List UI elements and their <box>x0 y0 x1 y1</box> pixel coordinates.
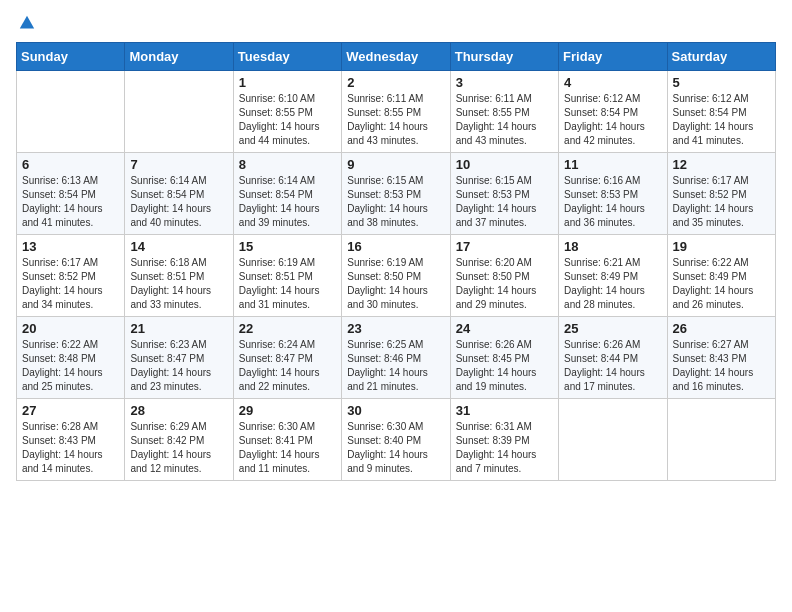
day-number: 8 <box>239 157 336 172</box>
calendar-cell: 15Sunrise: 6:19 AM Sunset: 8:51 PM Dayli… <box>233 235 341 317</box>
cell-info: Sunrise: 6:24 AM Sunset: 8:47 PM Dayligh… <box>239 338 336 394</box>
cell-info: Sunrise: 6:12 AM Sunset: 8:54 PM Dayligh… <box>564 92 661 148</box>
day-header-monday: Monday <box>125 43 233 71</box>
cell-info: Sunrise: 6:30 AM Sunset: 8:40 PM Dayligh… <box>347 420 444 476</box>
cell-info: Sunrise: 6:12 AM Sunset: 8:54 PM Dayligh… <box>673 92 770 148</box>
day-number: 20 <box>22 321 119 336</box>
calendar-cell: 23Sunrise: 6:25 AM Sunset: 8:46 PM Dayli… <box>342 317 450 399</box>
cell-info: Sunrise: 6:17 AM Sunset: 8:52 PM Dayligh… <box>22 256 119 312</box>
day-number: 27 <box>22 403 119 418</box>
day-number: 3 <box>456 75 553 90</box>
calendar-cell: 21Sunrise: 6:23 AM Sunset: 8:47 PM Dayli… <box>125 317 233 399</box>
day-number: 30 <box>347 403 444 418</box>
day-number: 23 <box>347 321 444 336</box>
cell-info: Sunrise: 6:15 AM Sunset: 8:53 PM Dayligh… <box>347 174 444 230</box>
day-header-friday: Friday <box>559 43 667 71</box>
cell-info: Sunrise: 6:21 AM Sunset: 8:49 PM Dayligh… <box>564 256 661 312</box>
calendar-cell: 22Sunrise: 6:24 AM Sunset: 8:47 PM Dayli… <box>233 317 341 399</box>
cell-info: Sunrise: 6:27 AM Sunset: 8:43 PM Dayligh… <box>673 338 770 394</box>
calendar-cell: 7Sunrise: 6:14 AM Sunset: 8:54 PM Daylig… <box>125 153 233 235</box>
day-header-sunday: Sunday <box>17 43 125 71</box>
page-header <box>16 16 776 30</box>
day-number: 19 <box>673 239 770 254</box>
calendar-cell: 10Sunrise: 6:15 AM Sunset: 8:53 PM Dayli… <box>450 153 558 235</box>
day-number: 6 <box>22 157 119 172</box>
cell-info: Sunrise: 6:11 AM Sunset: 8:55 PM Dayligh… <box>347 92 444 148</box>
day-number: 16 <box>347 239 444 254</box>
day-number: 21 <box>130 321 227 336</box>
cell-info: Sunrise: 6:19 AM Sunset: 8:51 PM Dayligh… <box>239 256 336 312</box>
cell-info: Sunrise: 6:22 AM Sunset: 8:48 PM Dayligh… <box>22 338 119 394</box>
calendar-cell <box>559 399 667 481</box>
day-number: 26 <box>673 321 770 336</box>
calendar-cell: 12Sunrise: 6:17 AM Sunset: 8:52 PM Dayli… <box>667 153 775 235</box>
calendar-cell: 17Sunrise: 6:20 AM Sunset: 8:50 PM Dayli… <box>450 235 558 317</box>
calendar-cell: 28Sunrise: 6:29 AM Sunset: 8:42 PM Dayli… <box>125 399 233 481</box>
cell-info: Sunrise: 6:17 AM Sunset: 8:52 PM Dayligh… <box>673 174 770 230</box>
calendar-cell: 3Sunrise: 6:11 AM Sunset: 8:55 PM Daylig… <box>450 71 558 153</box>
cell-info: Sunrise: 6:25 AM Sunset: 8:46 PM Dayligh… <box>347 338 444 394</box>
day-number: 17 <box>456 239 553 254</box>
day-header-saturday: Saturday <box>667 43 775 71</box>
calendar-week-row: 6Sunrise: 6:13 AM Sunset: 8:54 PM Daylig… <box>17 153 776 235</box>
cell-info: Sunrise: 6:23 AM Sunset: 8:47 PM Dayligh… <box>130 338 227 394</box>
calendar-cell <box>667 399 775 481</box>
calendar-cell: 5Sunrise: 6:12 AM Sunset: 8:54 PM Daylig… <box>667 71 775 153</box>
calendar-cell <box>17 71 125 153</box>
cell-info: Sunrise: 6:16 AM Sunset: 8:53 PM Dayligh… <box>564 174 661 230</box>
day-number: 14 <box>130 239 227 254</box>
cell-info: Sunrise: 6:14 AM Sunset: 8:54 PM Dayligh… <box>130 174 227 230</box>
cell-info: Sunrise: 6:31 AM Sunset: 8:39 PM Dayligh… <box>456 420 553 476</box>
calendar-week-row: 1Sunrise: 6:10 AM Sunset: 8:55 PM Daylig… <box>17 71 776 153</box>
day-number: 31 <box>456 403 553 418</box>
calendar-cell: 19Sunrise: 6:22 AM Sunset: 8:49 PM Dayli… <box>667 235 775 317</box>
calendar-cell: 25Sunrise: 6:26 AM Sunset: 8:44 PM Dayli… <box>559 317 667 399</box>
calendar-cell: 29Sunrise: 6:30 AM Sunset: 8:41 PM Dayli… <box>233 399 341 481</box>
calendar-cell: 13Sunrise: 6:17 AM Sunset: 8:52 PM Dayli… <box>17 235 125 317</box>
day-header-tuesday: Tuesday <box>233 43 341 71</box>
cell-info: Sunrise: 6:11 AM Sunset: 8:55 PM Dayligh… <box>456 92 553 148</box>
calendar-cell: 30Sunrise: 6:30 AM Sunset: 8:40 PM Dayli… <box>342 399 450 481</box>
cell-info: Sunrise: 6:18 AM Sunset: 8:51 PM Dayligh… <box>130 256 227 312</box>
day-number: 4 <box>564 75 661 90</box>
day-number: 18 <box>564 239 661 254</box>
cell-info: Sunrise: 6:30 AM Sunset: 8:41 PM Dayligh… <box>239 420 336 476</box>
calendar-week-row: 27Sunrise: 6:28 AM Sunset: 8:43 PM Dayli… <box>17 399 776 481</box>
cell-info: Sunrise: 6:28 AM Sunset: 8:43 PM Dayligh… <box>22 420 119 476</box>
day-number: 11 <box>564 157 661 172</box>
cell-info: Sunrise: 6:20 AM Sunset: 8:50 PM Dayligh… <box>456 256 553 312</box>
calendar-cell: 11Sunrise: 6:16 AM Sunset: 8:53 PM Dayli… <box>559 153 667 235</box>
day-number: 25 <box>564 321 661 336</box>
day-header-thursday: Thursday <box>450 43 558 71</box>
calendar-cell <box>125 71 233 153</box>
cell-info: Sunrise: 6:13 AM Sunset: 8:54 PM Dayligh… <box>22 174 119 230</box>
calendar-cell: 1Sunrise: 6:10 AM Sunset: 8:55 PM Daylig… <box>233 71 341 153</box>
calendar-week-row: 13Sunrise: 6:17 AM Sunset: 8:52 PM Dayli… <box>17 235 776 317</box>
calendar-cell: 16Sunrise: 6:19 AM Sunset: 8:50 PM Dayli… <box>342 235 450 317</box>
day-number: 15 <box>239 239 336 254</box>
day-number: 29 <box>239 403 336 418</box>
cell-info: Sunrise: 6:14 AM Sunset: 8:54 PM Dayligh… <box>239 174 336 230</box>
cell-info: Sunrise: 6:26 AM Sunset: 8:45 PM Dayligh… <box>456 338 553 394</box>
calendar-cell: 18Sunrise: 6:21 AM Sunset: 8:49 PM Dayli… <box>559 235 667 317</box>
calendar-cell: 8Sunrise: 6:14 AM Sunset: 8:54 PM Daylig… <box>233 153 341 235</box>
calendar-cell: 14Sunrise: 6:18 AM Sunset: 8:51 PM Dayli… <box>125 235 233 317</box>
logo <box>16 16 36 30</box>
day-number: 24 <box>456 321 553 336</box>
day-number: 1 <box>239 75 336 90</box>
calendar-cell: 2Sunrise: 6:11 AM Sunset: 8:55 PM Daylig… <box>342 71 450 153</box>
day-number: 2 <box>347 75 444 90</box>
day-number: 5 <box>673 75 770 90</box>
calendar-cell: 26Sunrise: 6:27 AM Sunset: 8:43 PM Dayli… <box>667 317 775 399</box>
day-number: 12 <box>673 157 770 172</box>
day-number: 13 <box>22 239 119 254</box>
calendar-cell: 31Sunrise: 6:31 AM Sunset: 8:39 PM Dayli… <box>450 399 558 481</box>
logo-icon <box>18 14 36 32</box>
cell-info: Sunrise: 6:26 AM Sunset: 8:44 PM Dayligh… <box>564 338 661 394</box>
day-number: 28 <box>130 403 227 418</box>
calendar-cell: 24Sunrise: 6:26 AM Sunset: 8:45 PM Dayli… <box>450 317 558 399</box>
cell-info: Sunrise: 6:29 AM Sunset: 8:42 PM Dayligh… <box>130 420 227 476</box>
cell-info: Sunrise: 6:19 AM Sunset: 8:50 PM Dayligh… <box>347 256 444 312</box>
cell-info: Sunrise: 6:15 AM Sunset: 8:53 PM Dayligh… <box>456 174 553 230</box>
calendar-cell: 27Sunrise: 6:28 AM Sunset: 8:43 PM Dayli… <box>17 399 125 481</box>
